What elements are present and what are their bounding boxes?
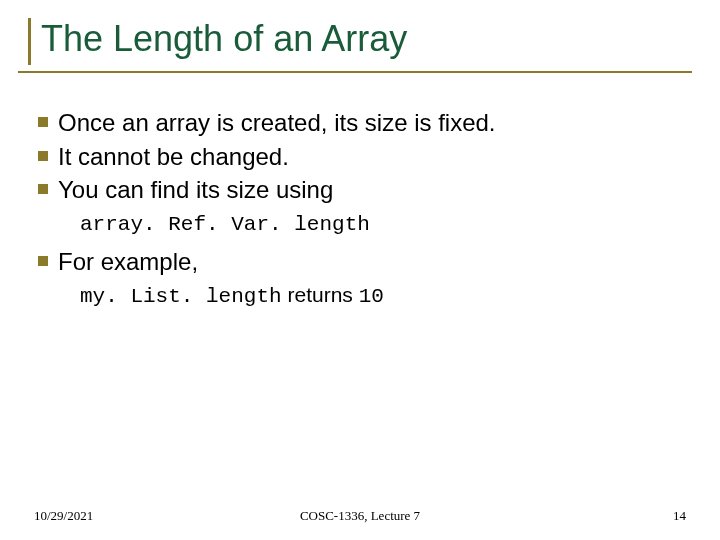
title-container: The Length of an Array [28,18,692,65]
example-code: my. List. length [80,285,282,308]
bullet-item: It cannot be changed. [38,141,682,172]
square-bullet-icon [38,256,48,266]
footer-page: 14 [673,508,686,524]
bullet-text: Once an array is created, its size is fi… [58,107,496,138]
content-area: Once an array is created, its size is fi… [28,73,692,308]
footer: 10/29/2021 COSC-1336, Lecture 7 14 [0,508,720,524]
bullet-item: Once an array is created, its size is fi… [38,107,682,138]
example-line: my. List. length returns 10 [80,283,682,308]
bullet-item: For example, [38,246,682,277]
slide-title: The Length of an Array [41,18,692,65]
square-bullet-icon [38,184,48,194]
bullet-item: You can find its size using [38,174,682,205]
bullet-text: For example, [58,246,198,277]
footer-course: COSC-1336, Lecture 7 [300,508,420,524]
footer-date: 10/29/2021 [34,508,93,524]
square-bullet-icon [38,117,48,127]
square-bullet-icon [38,151,48,161]
bullet-text: You can find its size using [58,174,333,205]
example-mid: returns [282,283,359,306]
example-value: 10 [359,285,384,308]
bullet-text: It cannot be changed. [58,141,289,172]
slide: The Length of an Array Once an array is … [0,0,720,540]
code-syntax: array. Ref. Var. length [80,213,682,236]
